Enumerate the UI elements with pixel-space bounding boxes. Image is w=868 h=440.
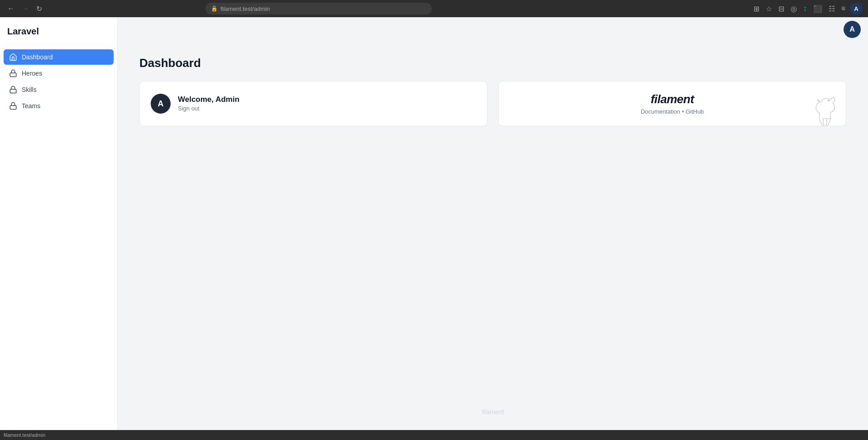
tab-search-button[interactable]: ⊟ (777, 3, 786, 15)
welcome-avatar: A (151, 94, 171, 114)
top-bar: A (118, 17, 868, 42)
svg-rect-0 (10, 73, 16, 77)
lock-icon (9, 86, 17, 94)
pocket-button[interactable]: ◎ (789, 3, 799, 15)
github-link[interactable]: GitHub (686, 108, 704, 115)
forward-button[interactable]: → (20, 3, 31, 14)
security-icon: 🔒 (211, 5, 218, 12)
filament-links: Documentation • GitHub (641, 108, 704, 115)
sidebar-item-dashboard[interactable]: Dashboard (4, 49, 114, 65)
page-title: Dashboard (139, 56, 846, 70)
sidebar-item-heroes-label: Heroes (22, 70, 42, 77)
welcome-greeting: Welcome, Admin (178, 95, 239, 104)
sidebar-item-teams[interactable]: Teams (4, 98, 114, 114)
user-avatar[interactable]: A (844, 21, 861, 38)
firefox-sync-button[interactable]: ↕ (801, 3, 809, 14)
lock-icon-2 (9, 102, 17, 110)
status-bar-url: filament.test/admin (4, 432, 45, 438)
browser-user-avatar[interactable]: A (850, 2, 863, 15)
devtools-button[interactable]: ☷ (827, 3, 837, 15)
reload-button[interactable]: ↻ (34, 3, 44, 15)
main-content: A Dashboard A Welcome, Admin Sign out fi… (118, 17, 868, 430)
link-separator: • (682, 108, 686, 115)
address-bar[interactable]: 🔒 filament.test/admin (205, 3, 432, 14)
cards-container: A Welcome, Admin Sign out filament Docum… (118, 81, 868, 126)
extensions-button[interactable]: ⊞ (752, 3, 761, 15)
svg-rect-1 (10, 89, 16, 93)
shield-icon (9, 69, 17, 77)
url-display: filament.test/admin (220, 5, 270, 12)
home-icon (9, 53, 17, 61)
browser-chrome: ← → ↻ 🔒 filament.test/admin ⊞ ☆ ⊟ ◎ ↕ ⬛ … (0, 0, 868, 17)
svg-rect-2 (10, 105, 16, 109)
sidebar-item-dashboard-label: Dashboard (22, 53, 53, 61)
bookmark-button[interactable]: ☆ (764, 3, 774, 15)
sidebar-item-teams-label: Teams (22, 102, 40, 110)
sidebar: Laravel Dashboard (0, 17, 118, 430)
filament-brand: filament (651, 92, 694, 106)
sidebar-item-heroes[interactable]: Heroes (4, 66, 114, 81)
status-bar: filament.test/admin (0, 430, 868, 440)
sidebar-item-skills-label: Skills (22, 86, 37, 93)
page-header: Dashboard (118, 42, 868, 81)
filament-card: filament Documentation • GitHub (498, 81, 846, 126)
page-footer: filament (118, 394, 868, 430)
sidebar-logo: Laravel (0, 17, 117, 46)
filament-card-content: filament Documentation • GitHub (510, 92, 835, 115)
sidebar-item-skills[interactable]: Skills (4, 82, 114, 97)
more-button[interactable]: ≡ (839, 3, 847, 14)
app-layout: Laravel Dashboard (0, 17, 868, 430)
sign-out-link[interactable]: Sign out (178, 105, 200, 112)
footer-brand: filament (482, 408, 504, 416)
welcome-text: Welcome, Admin Sign out (178, 95, 239, 112)
browser-actions: ⊞ ☆ ⊟ ◎ ↕ ⬛ ☷ ≡ A (752, 2, 863, 15)
back-button[interactable]: ← (5, 3, 16, 14)
welcome-card: A Welcome, Admin Sign out (139, 81, 487, 126)
container-button[interactable]: ⬛ (811, 3, 824, 15)
documentation-link[interactable]: Documentation (641, 108, 680, 115)
sidebar-nav: Dashboard Heroes (0, 46, 117, 430)
